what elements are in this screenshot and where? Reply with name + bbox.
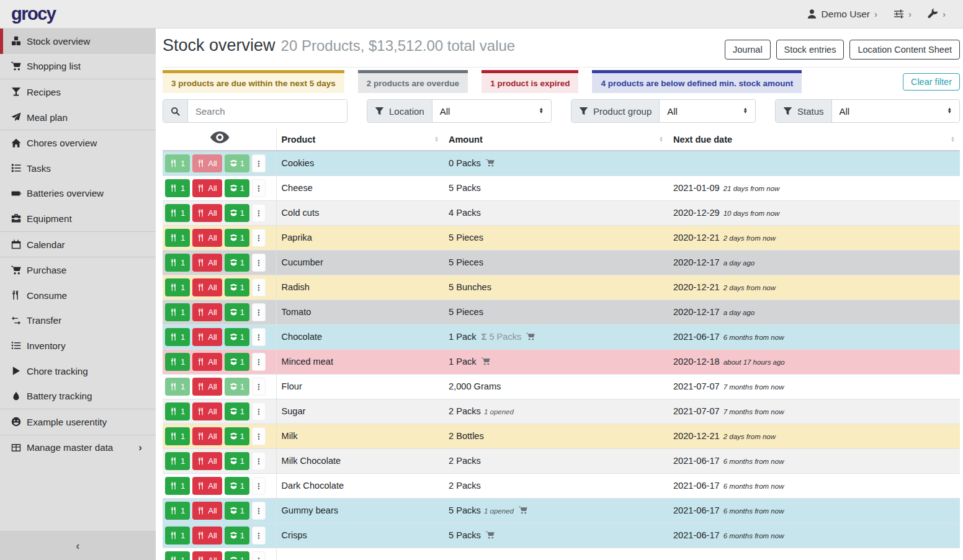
column-header-product[interactable]: Product ▲▼: [276, 128, 444, 151]
product-cell[interactable]: Cold cuts: [276, 200, 444, 225]
open-one-button[interactable]: 1: [225, 378, 249, 396]
consume-one-button[interactable]: 1: [165, 502, 190, 520]
product-cell[interactable]: Gummy bears: [276, 498, 444, 523]
sidebar-item-shopping-list[interactable]: Shopping list: [0, 54, 156, 79]
sidebar-item-purchase[interactable]: Purchase: [0, 257, 156, 283]
product-cell[interactable]: Flour: [276, 374, 444, 399]
row-menu-button[interactable]: [252, 527, 266, 544]
sidebar-item-meal-plan[interactable]: Meal plan: [0, 105, 156, 130]
row-menu-button[interactable]: [252, 179, 266, 197]
consume-one-button[interactable]: 1: [165, 353, 190, 371]
open-one-button[interactable]: 1: [225, 179, 249, 197]
filter-select-status[interactable]: All▲▼: [832, 100, 959, 122]
consume-one-button[interactable]: 1: [165, 303, 190, 321]
admin-menu[interactable]: ›: [928, 9, 946, 19]
product-cell[interactable]: Milk Chocolate: [276, 448, 444, 473]
product-cell[interactable]: Tomato: [276, 300, 444, 324]
column-header-next-due-date[interactable]: Next due date ▲▼: [668, 128, 960, 151]
sidebar-item-chore-tracking[interactable]: Chore tracking: [0, 358, 156, 384]
sidebar-collapse-button[interactable]: ‹: [0, 531, 156, 560]
product-cell[interactable]: Crisps: [276, 523, 444, 548]
sidebar-item-manage-master-data[interactable]: Manage master data›: [0, 435, 156, 461]
consume-all-button[interactable]: All: [192, 402, 222, 420]
sidebar-item-inventory[interactable]: Inventory: [0, 333, 156, 358]
stock-entries-button[interactable]: Stock entries: [776, 40, 844, 60]
open-one-button[interactable]: 1: [225, 551, 249, 560]
consume-all-button[interactable]: All: [192, 254, 222, 272]
sidebar-item-stock-overview[interactable]: Stock overview: [0, 29, 156, 54]
sidebar-item-recipes[interactable]: Recipes: [0, 79, 156, 105]
product-cell[interactable]: Cookies: [276, 151, 444, 176]
row-menu-button[interactable]: [252, 254, 266, 272]
consume-all-button[interactable]: All: [192, 527, 222, 544]
product-cell[interactable]: Sugar: [276, 399, 444, 424]
row-menu-button[interactable]: [252, 452, 266, 470]
consume-one-button[interactable]: 1: [165, 254, 190, 272]
consume-all-button[interactable]: All: [192, 452, 222, 470]
row-menu-button[interactable]: [252, 353, 266, 371]
consume-all-button[interactable]: All: [192, 502, 222, 520]
open-one-button[interactable]: 1: [225, 254, 249, 272]
row-menu-button[interactable]: [252, 229, 266, 247]
consume-one-button[interactable]: 1: [165, 229, 190, 247]
consume-all-button[interactable]: All: [192, 229, 222, 247]
consume-all-button[interactable]: All: [192, 154, 222, 172]
consume-all-button[interactable]: All: [192, 303, 222, 321]
search-input[interactable]: [188, 100, 347, 122]
consume-all-button[interactable]: All: [192, 278, 222, 296]
row-menu-button[interactable]: [252, 551, 266, 560]
open-one-button[interactable]: 1: [225, 527, 249, 544]
sidebar-item-battery-tracking[interactable]: Battery tracking: [0, 383, 156, 409]
consume-all-button[interactable]: All: [192, 378, 222, 396]
sidebar-item-calendar[interactable]: Calendar: [0, 232, 156, 257]
consume-all-button[interactable]: All: [192, 551, 222, 560]
consume-one-button[interactable]: 1: [165, 328, 190, 346]
open-one-button[interactable]: 1: [225, 303, 249, 321]
sidebar-item-example-userentity[interactable]: Example userentity: [0, 409, 156, 435]
consume-one-button[interactable]: 1: [165, 527, 190, 544]
row-menu-button[interactable]: [252, 154, 266, 172]
banner-due[interactable]: 3 products are due within the next 5 day…: [163, 70, 344, 93]
filter-select-product-group[interactable]: All▲▼: [660, 100, 755, 122]
consume-one-button[interactable]: 1: [165, 427, 190, 445]
open-one-button[interactable]: 1: [225, 427, 249, 445]
journal-button[interactable]: Journal: [725, 40, 771, 60]
row-menu-button[interactable]: [252, 402, 266, 420]
consume-one-button[interactable]: 1: [165, 179, 190, 197]
row-menu-button[interactable]: [252, 328, 266, 346]
product-cell[interactable]: Cucumber: [276, 250, 444, 275]
consume-all-button[interactable]: All: [192, 328, 222, 346]
consume-one-button[interactable]: 1: [165, 477, 190, 495]
product-cell[interactable]: Milk: [276, 424, 444, 448]
consume-all-button[interactable]: All: [192, 179, 222, 197]
open-one-button[interactable]: 1: [225, 452, 249, 470]
consume-all-button[interactable]: All: [192, 477, 222, 495]
row-menu-button[interactable]: [252, 204, 266, 222]
open-one-button[interactable]: 1: [225, 402, 249, 420]
open-one-button[interactable]: 1: [225, 477, 249, 495]
sidebar-item-equipment[interactable]: Equipment: [0, 206, 156, 231]
consume-one-button[interactable]: 1: [165, 278, 190, 296]
product-cell[interactable]: Dark Chocolate: [276, 473, 444, 498]
product-cell[interactable]: Minced meat: [276, 349, 444, 374]
banner-below[interactable]: 4 products are below defined min. stock …: [592, 70, 802, 93]
column-header-amount[interactable]: Amount ▲▼: [444, 128, 668, 151]
sidebar-item-batteries-overview[interactable]: Batteries overview: [0, 181, 156, 207]
row-menu-button[interactable]: [252, 278, 266, 296]
open-one-button[interactable]: 1: [225, 353, 249, 371]
banner-overdue[interactable]: 2 products are overdue: [358, 70, 468, 93]
banner-expired[interactable]: 1 product is expired: [482, 70, 578, 93]
consume-all-button[interactable]: All: [192, 427, 222, 445]
row-menu-button[interactable]: [252, 303, 266, 321]
user-menu[interactable]: Demo User ›: [807, 9, 877, 20]
product-cell[interactable]: Cheese: [276, 176, 444, 200]
consume-one-button[interactable]: 1: [165, 204, 190, 222]
settings-menu[interactable]: ›: [894, 9, 911, 19]
sidebar-item-transfer[interactable]: Transfer: [0, 308, 156, 334]
location-content-sheet-button[interactable]: Location Content Sheet: [849, 40, 960, 60]
filter-select-location[interactable]: All▲▼: [432, 100, 551, 122]
open-one-button[interactable]: 1: [225, 204, 249, 222]
consume-one-button[interactable]: 1: [165, 452, 190, 470]
consume-all-button[interactable]: All: [192, 204, 222, 222]
consume-one-button[interactable]: 1: [165, 402, 190, 420]
